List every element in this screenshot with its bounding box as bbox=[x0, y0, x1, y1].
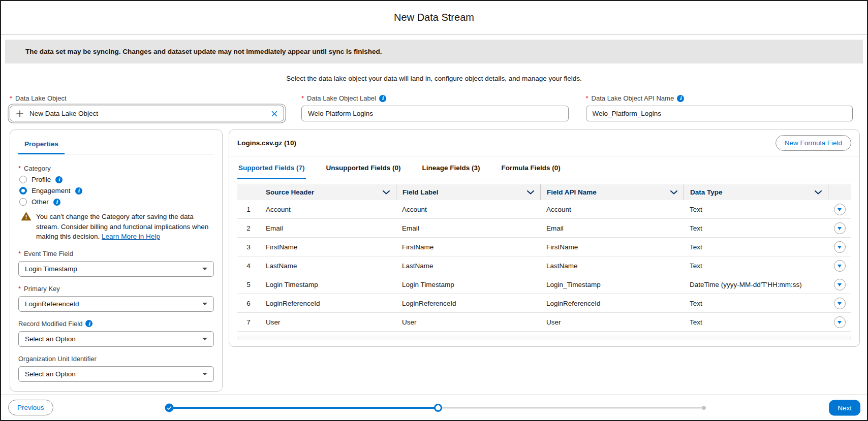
cell-source-header: LoginReferenceId bbox=[260, 300, 396, 307]
row-number: 5 bbox=[237, 281, 260, 288]
plus-icon bbox=[16, 110, 23, 117]
selected-value: Select an Option bbox=[25, 335, 76, 343]
tab-supported-fields-7[interactable]: Supported Fields (7) bbox=[237, 156, 306, 179]
radio-selected-icon[interactable] bbox=[19, 187, 27, 195]
select-record-modified-field[interactable]: Select an Option bbox=[18, 331, 214, 347]
tab-lineage-fields-3[interactable]: Lineage Fields (3) bbox=[421, 156, 481, 179]
main-content: Properties * Category ProfileiEngagement… bbox=[1, 121, 867, 395]
tab-properties[interactable]: Properties bbox=[18, 139, 65, 154]
cell-field-api-name: User bbox=[540, 318, 684, 326]
category-option-profile[interactable]: Profilei bbox=[19, 176, 214, 183]
table-row: 5Login TimestampLogin TimestampLogin_Tim… bbox=[237, 275, 851, 294]
footer-bar: Previous Next bbox=[1, 395, 867, 420]
selected-value: LoginReferenceId bbox=[25, 300, 79, 308]
previous-button[interactable]: Previous bbox=[8, 400, 53, 415]
row-actions-button[interactable] bbox=[834, 260, 846, 272]
info-icon[interactable]: i bbox=[677, 95, 684, 102]
radio-unselected-icon[interactable] bbox=[19, 176, 27, 183]
caret-down-icon bbox=[838, 227, 842, 230]
row-actions-button[interactable] bbox=[834, 241, 846, 253]
column-header-label: Data Type bbox=[690, 188, 723, 196]
column-header-field-label[interactable]: Field Label bbox=[396, 184, 540, 200]
cell-field-api-name: Account bbox=[540, 206, 684, 213]
field-label-record-modified-field: Record Modified Fieldi bbox=[18, 320, 214, 328]
field-label-text: Record Modified Field bbox=[18, 320, 82, 328]
data-lake-object-api-name-input[interactable] bbox=[586, 106, 853, 121]
info-icon[interactable]: i bbox=[379, 95, 386, 102]
cell-actions bbox=[828, 241, 851, 253]
data-lake-object-field-group: * Data Lake Object New Data Lake Object bbox=[10, 94, 284, 121]
learn-more-link[interactable]: Learn More in Help bbox=[102, 233, 160, 240]
column-header-data-type[interactable]: Data Type bbox=[684, 184, 828, 200]
row-actions-button[interactable] bbox=[834, 222, 846, 234]
cell-field-label: Email bbox=[396, 224, 540, 232]
properties-tab-row: Properties bbox=[18, 139, 214, 154]
tab-unsupported-fields-0[interactable]: Unsupported Fields (0) bbox=[325, 156, 402, 179]
table-row: 3FirstNameFirstNameFirstNameText bbox=[237, 238, 851, 256]
category-option-other[interactable]: Otheri bbox=[19, 198, 214, 206]
column-header-source-header[interactable]: Source Header bbox=[260, 184, 396, 200]
required-asterisk: * bbox=[18, 285, 21, 293]
cell-actions bbox=[828, 222, 851, 234]
category-label: * Category bbox=[18, 165, 214, 172]
row-actions-button[interactable] bbox=[834, 316, 846, 328]
horizontal-scrollbar[interactable] bbox=[237, 336, 851, 340]
row-number: 6 bbox=[237, 300, 260, 307]
table-row: 6LoginReferenceIdLoginReferenceIdLoginRe… bbox=[237, 294, 851, 313]
cell-data-type: Text bbox=[684, 300, 828, 307]
info-icon[interactable]: i bbox=[55, 176, 63, 183]
cell-source-header: User bbox=[260, 318, 396, 326]
data-lake-object-label-input[interactable] bbox=[301, 106, 569, 121]
caret-down-icon bbox=[838, 208, 842, 211]
row-actions-button[interactable] bbox=[834, 279, 846, 290]
row-actions-button[interactable] bbox=[834, 298, 846, 309]
cell-actions bbox=[828, 298, 851, 309]
data-lake-object-api-name-label: * Data Lake Object API Name i bbox=[586, 94, 853, 102]
cell-field-api-name: LoginReferenceId bbox=[540, 300, 684, 307]
new-formula-field-button[interactable]: New Formula Field bbox=[776, 135, 851, 151]
required-asterisk: * bbox=[10, 94, 12, 102]
table-body: 1AccountAccountAccountText2EmailEmailEma… bbox=[237, 200, 851, 332]
chevron-down-icon bbox=[815, 190, 822, 195]
select-primary-key[interactable]: LoginReferenceId bbox=[18, 296, 214, 312]
column-header-field-api-name[interactable]: Field API Name bbox=[540, 184, 684, 200]
cell-field-label: User bbox=[396, 318, 540, 326]
radio-unselected-icon[interactable] bbox=[19, 198, 27, 206]
new-data-stream-window: New Data Stream The data set may be sync… bbox=[0, 0, 868, 421]
next-button[interactable]: Next bbox=[829, 400, 860, 415]
page-title: New Data Stream bbox=[394, 12, 474, 23]
info-icon[interactable]: i bbox=[53, 199, 60, 206]
clear-selection-icon[interactable] bbox=[271, 111, 277, 117]
chevron-down-icon bbox=[527, 190, 534, 195]
cell-data-type: DateTime (yyyy-MM-dd'T'HH:mm:ss) bbox=[684, 281, 828, 288]
caret-down-icon bbox=[838, 321, 842, 324]
cell-actions bbox=[828, 279, 851, 290]
cell-data-type: Text bbox=[684, 243, 828, 251]
select-event-time-field[interactable]: Login Timestamp bbox=[18, 261, 214, 277]
data-lake-object-label-label: * Data Lake Object Label i bbox=[301, 94, 569, 102]
row-number: 7 bbox=[237, 318, 260, 326]
data-lake-object-combobox[interactable]: New Data Lake Object bbox=[10, 106, 284, 121]
field-group-primary-key: *Primary KeyLoginReferenceId bbox=[18, 285, 214, 312]
caret-down-icon bbox=[202, 338, 207, 340]
intro-text: Select the data lake object your data wi… bbox=[1, 75, 867, 82]
category-option-engagement[interactable]: Engagementi bbox=[19, 187, 214, 195]
table-row: 1AccountAccountAccountText bbox=[237, 200, 851, 219]
info-icon[interactable]: i bbox=[85, 320, 92, 327]
tab-formula-fields-0[interactable]: Formula Fields (0) bbox=[501, 156, 562, 179]
row-actions-button[interactable] bbox=[834, 204, 846, 215]
properties-fields: *Event Time FieldLogin Timestamp*Primary… bbox=[18, 250, 214, 382]
caret-down-icon bbox=[202, 268, 207, 270]
row-number: 1 bbox=[237, 206, 260, 213]
cell-actions bbox=[828, 204, 851, 215]
caret-down-icon bbox=[838, 283, 842, 286]
select-organization-unit-identifier[interactable]: Select an Option bbox=[18, 366, 214, 382]
caret-down-icon bbox=[202, 373, 207, 375]
warning-icon bbox=[21, 212, 31, 222]
required-asterisk: * bbox=[18, 250, 21, 257]
info-icon[interactable]: i bbox=[75, 187, 82, 195]
field-group-organization-unit-identifier: Organization Unit IdentifierSelect an Op… bbox=[18, 355, 214, 382]
cell-data-type: Text bbox=[684, 262, 828, 270]
column-header-row-number bbox=[237, 184, 260, 200]
column-header-label: Source Header bbox=[266, 188, 314, 196]
